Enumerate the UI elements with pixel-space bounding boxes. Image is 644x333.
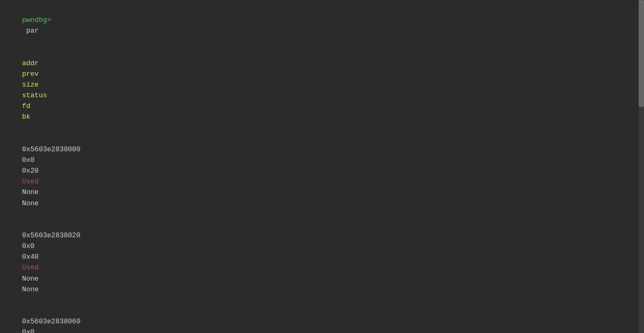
header-bk: bk <box>22 112 30 122</box>
table-row: 0x5603e2838020 0x0 0x40 Used None None <box>5 220 639 306</box>
row1-addr: 0x5603e2838020 <box>22 230 123 241</box>
header-prev: prev <box>22 69 115 80</box>
table-row: 0x5603e2838060 0x0 0x20 Used None None <box>5 306 639 333</box>
scrollbar-thumb[interactable] <box>639 0 644 107</box>
row1-fd: None <box>22 274 121 284</box>
row0-size: 0x20 <box>22 166 121 176</box>
scrollbar[interactable] <box>639 0 644 333</box>
header-size: size <box>22 80 121 90</box>
row1-bk: None <box>22 284 38 295</box>
terminal: pwndbg> par addr prev size status fd bk … <box>0 0 644 333</box>
row0-bk: None <box>22 198 38 209</box>
header-status: status <box>22 90 121 101</box>
header-row: addr prev size status fd bk <box>5 48 639 134</box>
row1-prev: 0x0 <box>22 241 115 252</box>
row0-addr: 0x5603e2838000 <box>22 144 123 155</box>
header-fd: fd <box>22 101 121 112</box>
row0-status: Used <box>22 176 121 187</box>
row2-prev: 0x0 <box>22 327 115 333</box>
row2-addr: 0x5603e2838060 <box>22 316 123 327</box>
table-row: 0x5603e2838000 0x0 0x20 Used None None <box>5 134 639 220</box>
prompt-1: pwndbg> <box>22 16 51 24</box>
row1-status: Used <box>22 262 121 273</box>
cmd-par: par <box>22 27 38 35</box>
row0-fd: None <box>22 187 121 198</box>
prompt-line-1: pwndbg> par <box>5 4 639 48</box>
header-addr: addr <box>22 58 123 69</box>
row1-size: 0x40 <box>22 252 121 262</box>
row0-prev: 0x0 <box>22 155 115 166</box>
